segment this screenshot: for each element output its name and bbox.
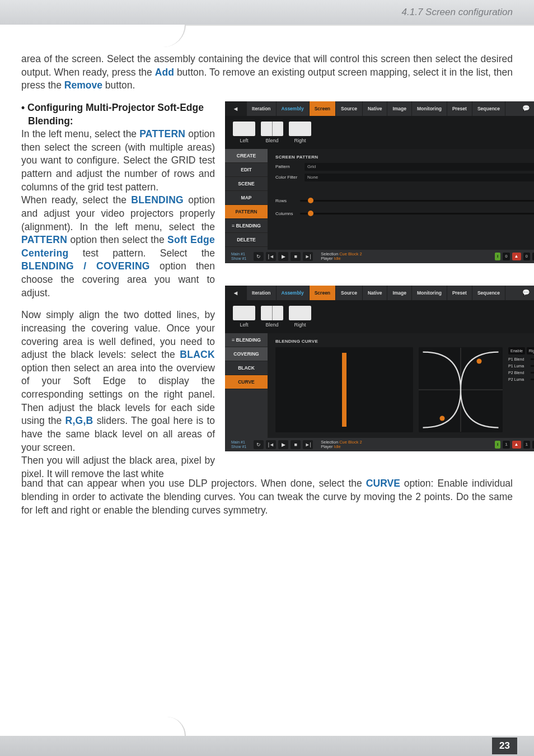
thumb-blend[interactable]: Blend bbox=[261, 306, 283, 328]
side-edit[interactable]: EDIT bbox=[225, 163, 268, 177]
chat-icon[interactable]: 💬 bbox=[516, 101, 534, 116]
selection-info: Selection Cue Block 2 Player Idle bbox=[321, 440, 362, 450]
side-black[interactable]: BLACK bbox=[225, 361, 268, 375]
slider[interactable] bbox=[531, 365, 534, 367]
thumb-label: Right bbox=[294, 138, 306, 143]
tab-source[interactable]: Source bbox=[336, 101, 363, 116]
text: band that can appear when you use DLP pr… bbox=[21, 478, 366, 489]
toggle-right[interactable]: Right bbox=[527, 347, 534, 354]
info-badge[interactable]: i bbox=[495, 441, 500, 449]
config-paragraph-1: In the left menu, select the PATTERN opt… bbox=[21, 128, 215, 194]
keyword-blending-covering: BLENDING / COVERING bbox=[21, 260, 150, 272]
tab-iteration[interactable]: Iteration bbox=[247, 101, 277, 116]
refresh-icon[interactable]: ↻ bbox=[254, 252, 264, 261]
label: Columns bbox=[275, 211, 297, 216]
footer-bar: Main #1 Show #1 ↻ |◄ ▶ ■ ►| Selection Cu… bbox=[225, 250, 534, 263]
tab-sequence[interactable]: Sequence bbox=[472, 286, 505, 300]
page-footer: 23 bbox=[0, 736, 534, 756]
text: In the left menu, select the bbox=[21, 128, 139, 139]
value: None bbox=[307, 174, 318, 181]
panel-title: SCREEN PATTERN bbox=[275, 155, 534, 160]
skip-back-icon[interactable]: |◄ bbox=[266, 440, 276, 449]
label: P1 Blend bbox=[508, 357, 528, 361]
tab-preset[interactable]: Preset bbox=[447, 286, 472, 300]
pattern-panel: SCREEN PATTERN PatternGrid Color FilterN… bbox=[268, 149, 534, 250]
side-covering[interactable]: COVERING bbox=[225, 347, 268, 361]
thumb-left[interactable]: Left bbox=[233, 122, 255, 143]
tab-screen[interactable]: Screen bbox=[310, 286, 336, 300]
back-icon[interactable]: ◄ bbox=[225, 286, 247, 300]
back-icon[interactable]: ◄ bbox=[225, 101, 247, 116]
curve-graph[interactable] bbox=[419, 347, 503, 432]
left-text-column: • Configuring Multi-Projector Soft-Edge … bbox=[21, 101, 215, 481]
side-scene[interactable]: SCENE bbox=[225, 177, 268, 191]
slider-knob[interactable] bbox=[308, 211, 313, 216]
badge-count: 1 bbox=[523, 441, 530, 449]
warning-badge[interactable]: ▲ bbox=[512, 441, 521, 449]
tab-native[interactable]: Native bbox=[363, 286, 388, 300]
slider-track[interactable] bbox=[300, 213, 534, 214]
tab-assembly[interactable]: Assembly bbox=[277, 101, 310, 116]
keyword-black: BLACK bbox=[180, 349, 215, 360]
text: test pattern. Select the bbox=[68, 248, 215, 259]
stop-icon[interactable]: ■ bbox=[291, 440, 301, 449]
slider[interactable] bbox=[531, 379, 534, 380]
row-p1-blend: P1 Blend18.1665 bbox=[508, 357, 534, 361]
tab-image[interactable]: Image bbox=[387, 286, 412, 300]
curve-controls: Enable Right Left Mirror Reset P1 Blend1… bbox=[508, 347, 534, 432]
slider-knob[interactable] bbox=[308, 198, 313, 203]
thumb-blend[interactable]: Blend bbox=[261, 122, 283, 143]
thumb-left[interactable]: Left bbox=[233, 306, 255, 328]
play-icon[interactable]: ▶ bbox=[278, 440, 288, 449]
tab-iteration[interactable]: Iteration bbox=[247, 286, 277, 300]
panel-title: BLENDING CURVE bbox=[275, 339, 534, 344]
label: Player bbox=[321, 256, 332, 261]
pattern-dropdown[interactable]: Grid bbox=[305, 163, 534, 171]
label: BLENDING bbox=[236, 223, 260, 228]
thumb-right[interactable]: Right bbox=[289, 122, 311, 143]
warning-badge[interactable]: ▲ bbox=[512, 253, 521, 260]
side-curve[interactable]: CURVE bbox=[225, 375, 268, 389]
page-number: 23 bbox=[492, 738, 517, 754]
skip-fwd-icon[interactable]: ►| bbox=[303, 440, 313, 449]
tab-native[interactable]: Native bbox=[363, 101, 388, 116]
thumb-right[interactable]: Right bbox=[289, 306, 311, 328]
value: Cue Block 2 bbox=[339, 251, 362, 256]
toggle-enable[interactable]: Enable bbox=[508, 347, 525, 354]
thumbnail-row: Left Blend Right bbox=[225, 116, 534, 149]
chat-icon[interactable]: 💬 bbox=[516, 286, 534, 300]
slider[interactable] bbox=[531, 372, 534, 374]
filter-dropdown[interactable]: None bbox=[305, 174, 534, 181]
tab-preset[interactable]: Preset bbox=[447, 101, 472, 116]
curve-panel: BLENDING CURVE bbox=[268, 333, 534, 438]
thumb-label: Blend bbox=[265, 138, 278, 143]
side-map[interactable]: MAP bbox=[225, 191, 268, 205]
tab-monitoring[interactable]: Monitoring bbox=[412, 101, 447, 116]
skip-fwd-icon[interactable]: ►| bbox=[303, 252, 313, 261]
slider-track[interactable] bbox=[300, 200, 534, 202]
tab-source[interactable]: Source bbox=[336, 286, 363, 300]
tab-screen[interactable]: Screen bbox=[310, 101, 336, 116]
keyword-remove: Remove bbox=[64, 80, 102, 91]
side-create[interactable]: CREATE bbox=[225, 149, 268, 163]
side-blending[interactable]: ≡ BLENDING bbox=[225, 333, 268, 347]
tab-assembly[interactable]: Assembly bbox=[277, 286, 310, 300]
row-p2-blend: P2 Blend88.1665 bbox=[508, 371, 534, 375]
info-badge[interactable]: i bbox=[495, 253, 500, 260]
tab-monitoring[interactable]: Monitoring bbox=[412, 286, 447, 300]
corner-line: Main #1 bbox=[231, 440, 246, 445]
stop-icon[interactable]: ■ bbox=[291, 252, 301, 261]
skip-back-icon[interactable]: |◄ bbox=[266, 252, 276, 261]
side-pattern[interactable]: PATTERN bbox=[225, 205, 268, 219]
badge-count: 0 bbox=[523, 253, 530, 260]
corner-info: Main #1 Show #1 bbox=[229, 439, 248, 450]
badge-count: 0 bbox=[503, 253, 509, 260]
tab-image[interactable]: Image bbox=[387, 101, 412, 116]
play-icon[interactable]: ▶ bbox=[278, 252, 288, 261]
tab-sequence[interactable]: Sequence bbox=[472, 101, 505, 116]
slider[interactable] bbox=[531, 358, 534, 360]
refresh-icon[interactable]: ↻ bbox=[254, 440, 264, 449]
side-blending[interactable]: ≡ BLENDING bbox=[225, 219, 268, 233]
side-delete[interactable]: DELETE bbox=[225, 233, 268, 247]
keyword-pattern: PATTERN bbox=[21, 234, 67, 245]
